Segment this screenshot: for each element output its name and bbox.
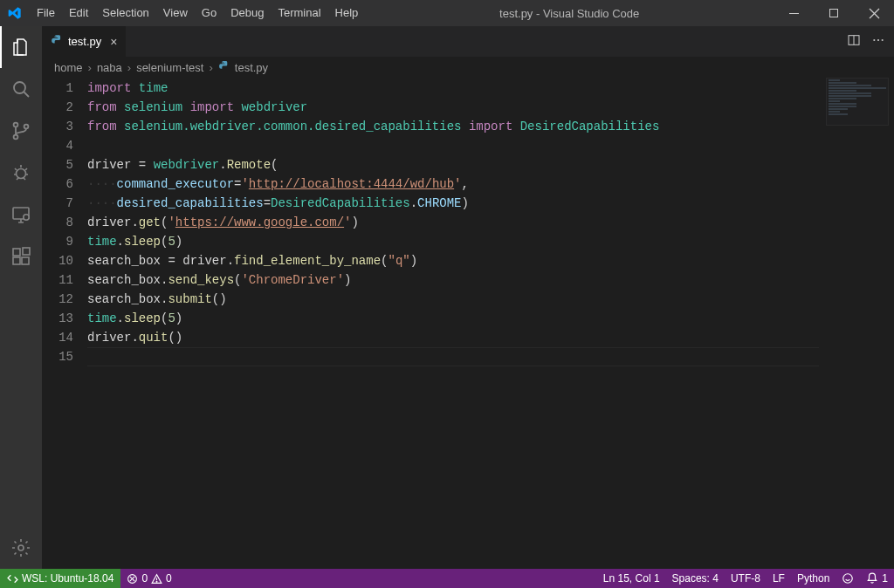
status-indentation[interactable]: Spaces: 4 — [666, 569, 725, 588]
main-menu: FileEditSelectionViewGoDebugTerminalHelp — [30, 0, 365, 26]
svg-point-27 — [843, 574, 853, 584]
split-editor-icon[interactable] — [847, 33, 861, 50]
menu-file[interactable]: File — [30, 0, 62, 26]
activity-settings-icon[interactable] — [0, 527, 42, 569]
editor-area: test.py × home › naba › selenium-test › — [42, 26, 894, 569]
svg-rect-14 — [22, 257, 29, 264]
chevron-right-icon: › — [127, 61, 131, 74]
title-bar: FileEditSelectionViewGoDebugTerminalHelp… — [0, 0, 894, 26]
minimap[interactable] — [826, 78, 889, 126]
menu-view[interactable]: View — [156, 0, 195, 26]
svg-point-6 — [14, 123, 18, 127]
menu-selection[interactable]: Selection — [95, 0, 155, 26]
activity-debug-icon[interactable] — [0, 152, 42, 194]
window-close-button[interactable] — [854, 0, 894, 26]
code-editor[interactable]: 123456789101112131415 import timefrom se… — [42, 78, 894, 569]
svg-rect-1 — [830, 10, 838, 17]
svg-point-7 — [14, 135, 18, 140]
menu-go[interactable]: Go — [195, 0, 224, 26]
activity-remote-icon[interactable] — [0, 194, 42, 236]
svg-point-9 — [17, 169, 26, 179]
tab-test-py[interactable]: test.py × — [42, 26, 127, 57]
window-maximize-button[interactable] — [814, 0, 854, 26]
breadcrumb-item[interactable]: test.py — [235, 61, 268, 74]
svg-point-20 — [877, 39, 879, 41]
status-cursor-position[interactable]: Ln 15, Col 1 — [597, 569, 666, 588]
svg-point-16 — [18, 545, 24, 550]
svg-line-5 — [24, 92, 30, 98]
svg-rect-12 — [13, 249, 20, 256]
svg-point-4 — [14, 82, 25, 93]
python-file-icon — [51, 34, 63, 49]
svg-point-8 — [24, 125, 29, 129]
python-file-icon — [218, 60, 230, 74]
status-language[interactable]: Python — [791, 569, 836, 588]
window-title: test.py - Visual Studio Code — [365, 7, 774, 20]
chevron-right-icon: › — [88, 61, 92, 74]
menu-edit[interactable]: Edit — [62, 0, 95, 26]
breadcrumb-item[interactable]: home — [54, 61, 83, 74]
svg-point-11 — [24, 215, 29, 220]
status-problems[interactable]: 0 0 — [120, 569, 177, 588]
more-actions-icon[interactable] — [871, 33, 885, 50]
line-number-gutter: 123456789101112131415 — [42, 78, 87, 569]
breadcrumbs[interactable]: home › naba › selenium-test › test.py — [42, 57, 894, 78]
activity-explorer-icon[interactable] — [0, 26, 42, 68]
svg-rect-13 — [13, 257, 20, 264]
editor-tabs: test.py × — [42, 26, 894, 57]
window-minimize-button[interactable] — [774, 0, 814, 26]
svg-point-26 — [156, 581, 157, 582]
status-feedback-icon[interactable] — [836, 569, 860, 588]
svg-point-19 — [873, 39, 875, 41]
status-encoding[interactable]: UTF-8 — [725, 569, 767, 588]
activity-extensions-icon[interactable] — [0, 236, 42, 277]
chevron-right-icon: › — [209, 61, 212, 74]
activity-source-control-icon[interactable] — [0, 110, 42, 152]
status-eol[interactable]: LF — [767, 569, 791, 588]
breadcrumb-item[interactable]: selenium-test — [136, 61, 203, 74]
status-remote[interactable]: WSL: Ubuntu-18.04 — [0, 569, 120, 588]
activity-bar — [0, 26, 42, 569]
code-content[interactable]: import timefrom selenium import webdrive… — [87, 78, 894, 569]
svg-point-21 — [882, 39, 884, 41]
tab-label: test.py — [68, 35, 101, 48]
status-notifications[interactable]: 1 — [860, 569, 894, 588]
menu-debug[interactable]: Debug — [224, 0, 271, 26]
tab-close-icon[interactable]: × — [110, 35, 117, 49]
status-bar: WSL: Ubuntu-18.04 0 0 Ln 15, Col 1 Space… — [0, 569, 894, 588]
vscode-logo-icon — [0, 6, 30, 20]
breadcrumb-item[interactable]: naba — [97, 61, 122, 74]
activity-search-icon[interactable] — [0, 68, 42, 110]
menu-terminal[interactable]: Terminal — [271, 0, 327, 26]
menu-help[interactable]: Help — [328, 0, 366, 26]
svg-rect-15 — [23, 248, 30, 255]
